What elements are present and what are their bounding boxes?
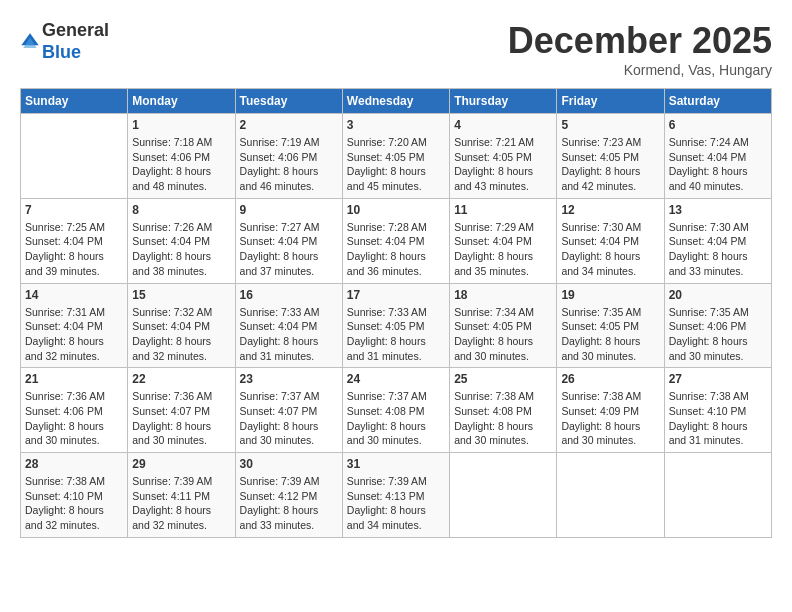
day-info: Sunrise: 7:30 AM Sunset: 4:04 PM Dayligh… (561, 220, 659, 279)
day-info: Sunrise: 7:37 AM Sunset: 4:08 PM Dayligh… (347, 389, 445, 448)
calendar-cell (557, 453, 664, 538)
day-info: Sunrise: 7:39 AM Sunset: 4:12 PM Dayligh… (240, 474, 338, 533)
calendar-cell: 5Sunrise: 7:23 AM Sunset: 4:05 PM Daylig… (557, 114, 664, 199)
weekday-header-friday: Friday (557, 89, 664, 114)
day-info: Sunrise: 7:39 AM Sunset: 4:13 PM Dayligh… (347, 474, 445, 533)
day-number: 17 (347, 288, 445, 302)
day-info: Sunrise: 7:28 AM Sunset: 4:04 PM Dayligh… (347, 220, 445, 279)
day-info: Sunrise: 7:18 AM Sunset: 4:06 PM Dayligh… (132, 135, 230, 194)
logo-icon (20, 32, 40, 52)
day-number: 11 (454, 203, 552, 217)
calendar-cell: 14Sunrise: 7:31 AM Sunset: 4:04 PM Dayli… (21, 283, 128, 368)
day-info: Sunrise: 7:33 AM Sunset: 4:04 PM Dayligh… (240, 305, 338, 364)
title-block: December 2025 Kormend, Vas, Hungary (508, 20, 772, 78)
logo: General Blue (20, 20, 109, 63)
day-number: 26 (561, 372, 659, 386)
day-info: Sunrise: 7:19 AM Sunset: 4:06 PM Dayligh… (240, 135, 338, 194)
calendar-cell: 4Sunrise: 7:21 AM Sunset: 4:05 PM Daylig… (450, 114, 557, 199)
day-info: Sunrise: 7:39 AM Sunset: 4:11 PM Dayligh… (132, 474, 230, 533)
day-info: Sunrise: 7:21 AM Sunset: 4:05 PM Dayligh… (454, 135, 552, 194)
day-info: Sunrise: 7:35 AM Sunset: 4:06 PM Dayligh… (669, 305, 767, 364)
day-number: 20 (669, 288, 767, 302)
day-info: Sunrise: 7:33 AM Sunset: 4:05 PM Dayligh… (347, 305, 445, 364)
calendar-week-2: 7Sunrise: 7:25 AM Sunset: 4:04 PM Daylig… (21, 198, 772, 283)
calendar-cell: 12Sunrise: 7:30 AM Sunset: 4:04 PM Dayli… (557, 198, 664, 283)
calendar-cell (664, 453, 771, 538)
calendar-week-4: 21Sunrise: 7:36 AM Sunset: 4:06 PM Dayli… (21, 368, 772, 453)
day-number: 18 (454, 288, 552, 302)
day-number: 14 (25, 288, 123, 302)
calendar-week-5: 28Sunrise: 7:38 AM Sunset: 4:10 PM Dayli… (21, 453, 772, 538)
day-number: 30 (240, 457, 338, 471)
day-number: 31 (347, 457, 445, 471)
calendar-cell: 3Sunrise: 7:20 AM Sunset: 4:05 PM Daylig… (342, 114, 449, 199)
day-info: Sunrise: 7:26 AM Sunset: 4:04 PM Dayligh… (132, 220, 230, 279)
calendar-cell: 11Sunrise: 7:29 AM Sunset: 4:04 PM Dayli… (450, 198, 557, 283)
calendar-table: SundayMondayTuesdayWednesdayThursdayFrid… (20, 88, 772, 538)
calendar-cell: 2Sunrise: 7:19 AM Sunset: 4:06 PM Daylig… (235, 114, 342, 199)
calendar-cell: 17Sunrise: 7:33 AM Sunset: 4:05 PM Dayli… (342, 283, 449, 368)
location-title: Kormend, Vas, Hungary (508, 62, 772, 78)
day-number: 9 (240, 203, 338, 217)
day-number: 5 (561, 118, 659, 132)
day-info: Sunrise: 7:27 AM Sunset: 4:04 PM Dayligh… (240, 220, 338, 279)
calendar-cell: 20Sunrise: 7:35 AM Sunset: 4:06 PM Dayli… (664, 283, 771, 368)
day-info: Sunrise: 7:36 AM Sunset: 4:06 PM Dayligh… (25, 389, 123, 448)
calendar-cell: 31Sunrise: 7:39 AM Sunset: 4:13 PM Dayli… (342, 453, 449, 538)
day-number: 2 (240, 118, 338, 132)
day-number: 15 (132, 288, 230, 302)
day-info: Sunrise: 7:32 AM Sunset: 4:04 PM Dayligh… (132, 305, 230, 364)
calendar-cell: 27Sunrise: 7:38 AM Sunset: 4:10 PM Dayli… (664, 368, 771, 453)
calendar-cell: 19Sunrise: 7:35 AM Sunset: 4:05 PM Dayli… (557, 283, 664, 368)
day-number: 25 (454, 372, 552, 386)
day-info: Sunrise: 7:37 AM Sunset: 4:07 PM Dayligh… (240, 389, 338, 448)
day-number: 21 (25, 372, 123, 386)
day-number: 16 (240, 288, 338, 302)
calendar-cell: 16Sunrise: 7:33 AM Sunset: 4:04 PM Dayli… (235, 283, 342, 368)
day-info: Sunrise: 7:30 AM Sunset: 4:04 PM Dayligh… (669, 220, 767, 279)
calendar-cell: 8Sunrise: 7:26 AM Sunset: 4:04 PM Daylig… (128, 198, 235, 283)
day-info: Sunrise: 7:31 AM Sunset: 4:04 PM Dayligh… (25, 305, 123, 364)
page-header: General Blue December 2025 Kormend, Vas,… (20, 20, 772, 78)
calendar-cell: 29Sunrise: 7:39 AM Sunset: 4:11 PM Dayli… (128, 453, 235, 538)
calendar-cell: 28Sunrise: 7:38 AM Sunset: 4:10 PM Dayli… (21, 453, 128, 538)
calendar-cell: 26Sunrise: 7:38 AM Sunset: 4:09 PM Dayli… (557, 368, 664, 453)
calendar-cell: 10Sunrise: 7:28 AM Sunset: 4:04 PM Dayli… (342, 198, 449, 283)
calendar-cell: 18Sunrise: 7:34 AM Sunset: 4:05 PM Dayli… (450, 283, 557, 368)
weekday-header-wednesday: Wednesday (342, 89, 449, 114)
day-info: Sunrise: 7:38 AM Sunset: 4:10 PM Dayligh… (669, 389, 767, 448)
calendar-cell: 6Sunrise: 7:24 AM Sunset: 4:04 PM Daylig… (664, 114, 771, 199)
day-number: 13 (669, 203, 767, 217)
calendar-week-3: 14Sunrise: 7:31 AM Sunset: 4:04 PM Dayli… (21, 283, 772, 368)
calendar-cell (450, 453, 557, 538)
calendar-cell: 22Sunrise: 7:36 AM Sunset: 4:07 PM Dayli… (128, 368, 235, 453)
weekday-header-monday: Monday (128, 89, 235, 114)
logo-text: General Blue (42, 20, 109, 63)
calendar-week-1: 1Sunrise: 7:18 AM Sunset: 4:06 PM Daylig… (21, 114, 772, 199)
calendar-cell: 1Sunrise: 7:18 AM Sunset: 4:06 PM Daylig… (128, 114, 235, 199)
day-info: Sunrise: 7:29 AM Sunset: 4:04 PM Dayligh… (454, 220, 552, 279)
day-number: 4 (454, 118, 552, 132)
day-number: 8 (132, 203, 230, 217)
day-info: Sunrise: 7:34 AM Sunset: 4:05 PM Dayligh… (454, 305, 552, 364)
day-number: 23 (240, 372, 338, 386)
calendar-cell: 13Sunrise: 7:30 AM Sunset: 4:04 PM Dayli… (664, 198, 771, 283)
day-info: Sunrise: 7:38 AM Sunset: 4:10 PM Dayligh… (25, 474, 123, 533)
calendar-cell: 30Sunrise: 7:39 AM Sunset: 4:12 PM Dayli… (235, 453, 342, 538)
day-info: Sunrise: 7:35 AM Sunset: 4:05 PM Dayligh… (561, 305, 659, 364)
day-info: Sunrise: 7:38 AM Sunset: 4:08 PM Dayligh… (454, 389, 552, 448)
day-number: 12 (561, 203, 659, 217)
weekday-header-sunday: Sunday (21, 89, 128, 114)
day-number: 7 (25, 203, 123, 217)
day-info: Sunrise: 7:36 AM Sunset: 4:07 PM Dayligh… (132, 389, 230, 448)
weekday-header-thursday: Thursday (450, 89, 557, 114)
calendar-cell: 23Sunrise: 7:37 AM Sunset: 4:07 PM Dayli… (235, 368, 342, 453)
calendar-cell: 7Sunrise: 7:25 AM Sunset: 4:04 PM Daylig… (21, 198, 128, 283)
day-info: Sunrise: 7:38 AM Sunset: 4:09 PM Dayligh… (561, 389, 659, 448)
calendar-cell: 9Sunrise: 7:27 AM Sunset: 4:04 PM Daylig… (235, 198, 342, 283)
month-title: December 2025 (508, 20, 772, 62)
day-number: 29 (132, 457, 230, 471)
day-info: Sunrise: 7:20 AM Sunset: 4:05 PM Dayligh… (347, 135, 445, 194)
weekday-header-saturday: Saturday (664, 89, 771, 114)
day-number: 22 (132, 372, 230, 386)
